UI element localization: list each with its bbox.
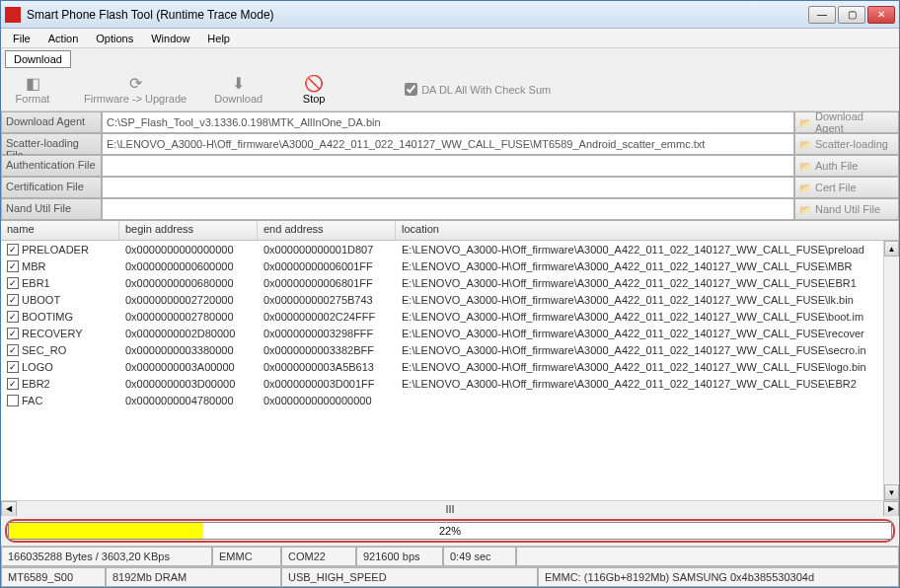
row-end: 0x0000000000000000 bbox=[258, 395, 396, 406]
table-row[interactable]: FAC0x00000000047800000x0000000000000000 bbox=[1, 392, 899, 408]
window-title: Smart Phone Flash Tool (Runtime Trace Mo… bbox=[27, 8, 808, 22]
row-checkbox[interactable] bbox=[7, 277, 19, 289]
scroll-down-icon[interactable]: ▼ bbox=[884, 484, 899, 500]
stop-label: Stop bbox=[303, 93, 326, 105]
checksum-checkbox[interactable]: DA DL All With Check Sum bbox=[405, 83, 551, 96]
table-row[interactable]: EBR10x00000000006800000x00000000006801FF… bbox=[1, 274, 899, 291]
checksum-label: DA DL All With Check Sum bbox=[421, 84, 551, 96]
format-button[interactable]: ◧ Format bbox=[9, 74, 56, 105]
table-row[interactable]: LOGO0x0000000003A000000x0000000003A5B613… bbox=[1, 358, 899, 375]
row-checkbox[interactable] bbox=[7, 361, 19, 373]
row-name: RECOVERY bbox=[22, 328, 83, 339]
row-begin: 0x0000000003D00000 bbox=[119, 378, 258, 390]
auth-label: Authentication File bbox=[1, 155, 102, 177]
row-name: EBR1 bbox=[22, 277, 50, 289]
row-checkbox[interactable] bbox=[7, 344, 19, 356]
col-name[interactable]: name bbox=[1, 221, 119, 240]
row-end: 0x00000000006801FF bbox=[258, 277, 396, 289]
table-row[interactable]: MBR0x00000000006000000x00000000006001FFE… bbox=[1, 257, 899, 274]
row-end: 0x000000000275B743 bbox=[258, 294, 396, 306]
checksum-input[interactable] bbox=[405, 83, 417, 96]
scroll-right-icon[interactable]: ▶ bbox=[883, 501, 899, 517]
da-browse-button[interactable]: Download Agent bbox=[794, 111, 899, 133]
row-checkbox[interactable] bbox=[7, 328, 19, 339]
row-location: E:\LENOVO_A3000-H\Off_firmware\A3000_A42… bbox=[396, 244, 899, 256]
row-end: 0x00000000006001FF bbox=[258, 260, 396, 272]
row-begin: 0x0000000002780000 bbox=[119, 311, 258, 323]
cert-browse-button[interactable]: Cert File bbox=[794, 177, 899, 198]
row-begin: 0x0000000000000000 bbox=[119, 244, 258, 256]
col-end[interactable]: end address bbox=[258, 221, 396, 240]
row-end: 0x000000000001D807 bbox=[258, 244, 396, 256]
scatter-label: Scatter-loading File bbox=[1, 133, 102, 155]
status-row-2: MT6589_S00 8192Mb DRAM USB_HIGH_SPEED EM… bbox=[1, 566, 899, 587]
row-begin: 0x0000000003380000 bbox=[119, 344, 258, 356]
download-icon: ⬇ bbox=[230, 74, 248, 92]
partition-table: name begin address end address location … bbox=[1, 220, 899, 516]
download-button[interactable]: ⬇ Download bbox=[214, 74, 262, 105]
scatter-browse-button[interactable]: Scatter-loading bbox=[794, 133, 899, 155]
table-row[interactable]: BOOTIMG0x00000000027800000x0000000002C24… bbox=[1, 308, 899, 325]
upgrade-label: Firmware -> Upgrade bbox=[84, 93, 187, 105]
table-row[interactable]: PRELOADER0x00000000000000000x00000000000… bbox=[1, 241, 899, 257]
status-emmc: EMMC: (116Gb+8192Mb) SAMSUNG 0x4b3855303… bbox=[538, 567, 899, 587]
table-row[interactable]: EBR20x0000000003D000000x0000000003D001FF… bbox=[1, 375, 899, 392]
nand-input[interactable] bbox=[102, 198, 794, 220]
progress-highlight: 22% bbox=[5, 519, 895, 543]
da-label: Download Agent bbox=[1, 111, 102, 133]
vertical-scrollbar[interactable]: ▲ ▼ bbox=[883, 241, 899, 500]
menu-options[interactable]: Options bbox=[88, 31, 141, 46]
hscroll-track[interactable]: III bbox=[17, 503, 883, 515]
row-name: EBR2 bbox=[22, 378, 50, 390]
row-begin: 0x0000000002D80000 bbox=[119, 328, 258, 339]
scatter-input[interactable] bbox=[102, 133, 794, 155]
maximize-button[interactable]: ▢ bbox=[838, 6, 865, 24]
status-storage: EMMC bbox=[212, 547, 281, 566]
table-row[interactable]: SEC_RO0x00000000033800000x0000000003382B… bbox=[1, 341, 899, 358]
progress-bar: 22% bbox=[8, 522, 892, 540]
status-baud: 921600 bps bbox=[356, 547, 443, 566]
row-checkbox[interactable] bbox=[7, 378, 19, 390]
table-row[interactable]: RECOVERY0x0000000002D800000x000000000329… bbox=[1, 325, 899, 341]
close-button[interactable]: ✕ bbox=[867, 6, 895, 24]
row-end: 0x0000000003382BFF bbox=[258, 344, 396, 356]
horizontal-scrollbar[interactable]: ◀ III ▶ bbox=[1, 500, 899, 516]
scroll-left-icon[interactable]: ◀ bbox=[1, 501, 17, 517]
row-checkbox[interactable] bbox=[7, 244, 19, 256]
row-end: 0x0000000003D001FF bbox=[258, 378, 396, 390]
row-name: UBOOT bbox=[22, 294, 60, 306]
row-checkbox[interactable] bbox=[7, 395, 19, 406]
status-row-1: 166035288 Bytes / 3603,20 KBps EMMC COM2… bbox=[1, 546, 899, 566]
row-end: 0x0000000003A5B613 bbox=[258, 361, 396, 373]
auth-input[interactable] bbox=[102, 155, 794, 177]
app-icon bbox=[5, 7, 21, 23]
menu-action[interactable]: Action bbox=[40, 31, 87, 46]
row-end: 0x0000000003298FFF bbox=[258, 328, 396, 339]
menu-file[interactable]: File bbox=[5, 31, 38, 46]
cert-input[interactable] bbox=[102, 177, 794, 198]
upgrade-button[interactable]: ⟳ Firmware -> Upgrade bbox=[84, 74, 187, 105]
scroll-up-icon[interactable]: ▲ bbox=[884, 241, 899, 257]
table-row[interactable]: UBOOT0x00000000027200000x000000000275B74… bbox=[1, 291, 899, 308]
row-checkbox[interactable] bbox=[7, 311, 19, 323]
status-chip: MT6589_S00 bbox=[1, 567, 106, 587]
status-bytes: 166035288 Bytes / 3603,20 KBps bbox=[1, 547, 212, 566]
minimize-button[interactable]: — bbox=[808, 6, 836, 24]
col-location[interactable]: location bbox=[396, 221, 899, 240]
menu-help[interactable]: Help bbox=[199, 31, 238, 46]
da-input[interactable] bbox=[102, 111, 794, 133]
auth-browse-button[interactable]: Auth File bbox=[794, 155, 899, 177]
row-name: MBR bbox=[22, 260, 45, 272]
cert-label: Certification File bbox=[1, 177, 102, 198]
status-blank1 bbox=[516, 547, 899, 566]
col-begin[interactable]: begin address bbox=[119, 221, 258, 240]
row-name: FAC bbox=[22, 395, 42, 406]
status-time: 0:49 sec bbox=[443, 547, 516, 566]
menu-window[interactable]: Window bbox=[143, 31, 197, 46]
row-checkbox[interactable] bbox=[7, 294, 19, 306]
row-name: SEC_RO bbox=[22, 344, 66, 356]
nand-browse-button[interactable]: Nand Util File bbox=[794, 198, 899, 220]
stop-button[interactable]: 🚫 Stop bbox=[290, 74, 338, 105]
row-checkbox[interactable] bbox=[7, 260, 19, 272]
tab-download[interactable]: Download bbox=[5, 50, 71, 68]
